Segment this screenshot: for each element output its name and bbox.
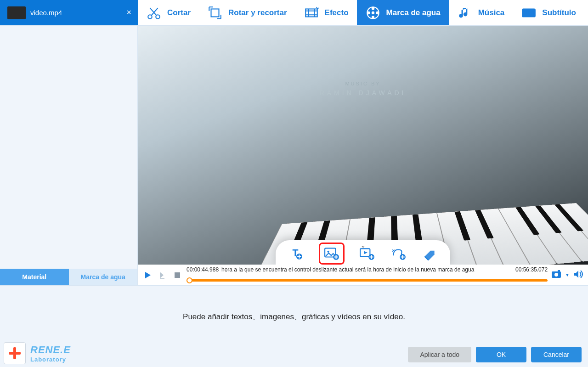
tool-music-label: Música (478, 8, 505, 17)
svg-rect-21 (175, 272, 180, 278)
svg-point-23 (554, 273, 558, 277)
preview-column: MUSIC BY RAMIN DJAWADI ⌄ T (138, 26, 588, 285)
timeline-knob[interactable] (187, 277, 192, 283)
svg-point-15 (327, 251, 329, 253)
tool-watermark-label: Marca de agua (386, 8, 441, 17)
toolbar: Cortar Rotar y recortar Efecto Marca de … (138, 0, 588, 25)
svg-point-1 (156, 15, 160, 19)
ok-label: OK (497, 351, 506, 358)
play-button[interactable] (142, 270, 153, 281)
svg-rect-2 (211, 9, 219, 17)
timeline-bar: 00:00:44.988 hora a la que se encuentra … (138, 265, 588, 285)
tab-watermark-label: Marca de agua (81, 273, 125, 281)
tab-watermark[interactable]: Marca de agua (69, 269, 138, 285)
close-icon[interactable]: × (126, 8, 131, 17)
add-text-watermark-button[interactable]: T (288, 245, 305, 262)
add-image-watermark-button[interactable] (319, 243, 345, 265)
svg-rect-26 (9, 352, 21, 355)
brand-text: RENE.E Laboratory (30, 344, 71, 363)
watermark-action-bar: ⌄ T (276, 240, 450, 265)
chevron-down-icon[interactable]: ⌄ (361, 242, 366, 249)
sidebar-tabs: Material Marca de agua (0, 269, 137, 285)
tool-effect-label: Efecto (325, 8, 349, 17)
file-tab[interactable]: video.mp4 × (0, 0, 138, 25)
brand-line1: RENE.E (30, 344, 71, 356)
time-current: 00:00:44.988 (187, 266, 219, 273)
ok-button[interactable]: OK (476, 347, 526, 362)
svg-point-0 (148, 15, 152, 19)
cancel-button[interactable]: Cancelar (531, 347, 582, 362)
timeline-hint: hora a la que se encuentra el control de… (221, 266, 508, 273)
svg-point-9 (368, 11, 369, 13)
timeline-rail[interactable] (187, 279, 548, 282)
apply-all-button[interactable]: Aplicar a todo (408, 347, 471, 362)
svg-rect-3 (305, 9, 317, 17)
tool-rotate[interactable]: Rotar y recortar (199, 0, 295, 25)
svg-rect-20 (160, 278, 164, 279)
tool-subtitle[interactable]: SUB Subtítulo (513, 0, 584, 25)
add-shape-watermark-button[interactable] (390, 245, 407, 262)
dialog-buttons: Aplicar a todo OK Cancelar (408, 347, 582, 362)
playback-controls (142, 270, 183, 281)
time-total: 00:56:35.072 (515, 266, 548, 273)
tool-music[interactable]: Música (449, 0, 513, 25)
scissors-icon (146, 5, 162, 21)
svg-point-7 (376, 11, 378, 13)
watermark-icon (365, 5, 381, 21)
svg-point-6 (372, 7, 373, 9)
svg-text:SUB: SUB (524, 11, 533, 16)
brand-line2: Laboratory (30, 356, 71, 363)
timeline-side-controls: ▼ (551, 270, 583, 281)
apply-all-label: Aplicar a todo (420, 351, 459, 358)
volume-button[interactable] (573, 270, 583, 281)
tool-effect[interactable]: Efecto (295, 0, 357, 25)
video-preview[interactable]: MUSIC BY RAMIN DJAWADI ⌄ T (138, 26, 588, 265)
music-icon (457, 5, 473, 21)
brand: RENE.E Laboratory (4, 342, 71, 364)
file-name: video.mp4 (30, 9, 62, 17)
tab-material-label: Material (22, 273, 46, 281)
top-bar: video.mp4 × Cortar Rotar y recortar Efec… (0, 0, 588, 26)
cancel-label: Cancelar (543, 351, 569, 358)
svg-rect-24 (558, 270, 560, 272)
sidebar: Material Marca de agua (0, 26, 138, 285)
tool-cut[interactable]: Cortar (138, 0, 199, 25)
tab-material[interactable]: Material (0, 269, 69, 285)
credit-name: RAMIN DJAWADI (320, 89, 407, 96)
chevron-down-small-icon[interactable]: ▼ (565, 272, 570, 277)
tool-watermark[interactable]: Marca de agua (357, 0, 449, 25)
credit-label: MUSIC BY (320, 81, 407, 86)
bottom-hint: Puede añadir textos、imagenes、gráficas y … (0, 311, 588, 322)
stop-button[interactable] (172, 270, 183, 281)
subtitle-icon: SUB (521, 5, 537, 21)
svg-point-8 (372, 16, 373, 18)
bottom-panel: Puede añadir textos、imagenes、gráficas y … (0, 285, 588, 367)
mid-row: Material Marca de agua MUSIC BY RAMIN DJ… (0, 26, 588, 285)
tool-subtitle-label: Subtítulo (542, 8, 576, 17)
brand-icon (4, 342, 26, 364)
snapshot-button[interactable] (551, 270, 561, 281)
film-effect-icon (304, 5, 319, 21)
step-button[interactable] (157, 270, 168, 281)
preview-credit: MUSIC BY RAMIN DJAWADI (320, 81, 407, 96)
remove-watermark-button[interactable] (421, 245, 438, 262)
svg-point-5 (372, 11, 373, 13)
tool-cut-label: Cortar (167, 8, 191, 17)
file-thumbnail (7, 6, 26, 19)
preview-frame: MUSIC BY RAMIN DJAWADI (138, 26, 588, 265)
timeline-track[interactable]: 00:00:44.988 hora a la que se encuentra … (187, 265, 548, 285)
tool-rotate-label: Rotar y recortar (228, 8, 287, 17)
crop-rotate-icon (207, 5, 223, 21)
